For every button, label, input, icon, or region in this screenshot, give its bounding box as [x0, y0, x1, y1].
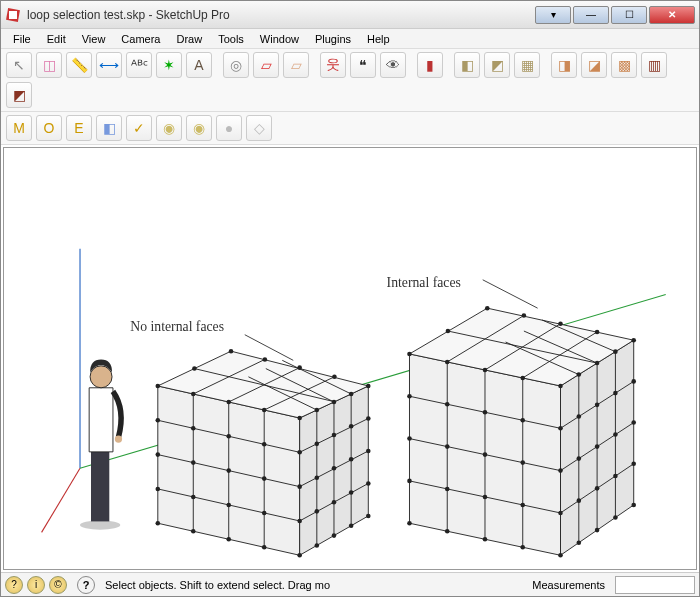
svg-point-109 — [558, 426, 563, 431]
svg-point-49 — [191, 529, 196, 534]
svg-point-41 — [262, 476, 267, 481]
svg-point-32 — [297, 416, 302, 421]
svg-point-124 — [558, 553, 563, 558]
tape-tool[interactable]: 📏 — [66, 52, 92, 78]
rectangle-tool[interactable]: ◎ — [223, 52, 249, 78]
shadow-tool[interactable]: ◧ — [454, 52, 480, 78]
svg-point-137 — [577, 498, 582, 503]
pin-button[interactable]: ▾ — [535, 6, 571, 24]
menu-draw[interactable]: Draw — [168, 31, 210, 47]
svg-point-149 — [595, 330, 600, 335]
menu-file[interactable]: File — [5, 31, 39, 47]
svg-point-113 — [520, 460, 525, 465]
status-icon-3[interactable]: © — [49, 576, 67, 594]
svg-point-62 — [332, 466, 337, 471]
menu-tools[interactable]: Tools — [210, 31, 252, 47]
svg-point-110 — [407, 436, 412, 441]
app-window: loop selection test.skp - SketchUp Pro ▾… — [0, 0, 700, 597]
status-icon-1[interactable]: ? — [5, 576, 23, 594]
svg-line-153 — [483, 280, 538, 308]
dimension-tool[interactable]: ⟷ — [96, 52, 122, 78]
svg-point-142 — [595, 528, 600, 533]
svg-point-140 — [631, 461, 636, 466]
svg-point-46 — [262, 511, 267, 516]
wireframe-tool[interactable]: ▩ — [611, 52, 637, 78]
svg-rect-3 — [91, 452, 109, 522]
svg-point-141 — [577, 540, 582, 545]
svg-point-122 — [483, 537, 488, 542]
svg-point-44 — [191, 495, 196, 500]
svg-point-52 — [297, 553, 302, 558]
svg-point-43 — [156, 487, 161, 492]
coin1-tool[interactable]: ◉ — [156, 115, 182, 141]
menu-window[interactable]: Window — [252, 31, 307, 47]
hidden-line-tool[interactable]: ▥ — [641, 52, 667, 78]
svg-point-61 — [315, 475, 320, 480]
layer-e-tool[interactable]: E — [66, 115, 92, 141]
svg-point-107 — [483, 410, 488, 415]
svg-point-138 — [595, 486, 600, 491]
menu-view[interactable]: View — [74, 31, 114, 47]
measurements-input[interactable] — [615, 576, 695, 594]
titlebar[interactable]: loop selection test.skp - SketchUp Pro ▾… — [1, 1, 699, 29]
layer-m-tool[interactable]: M — [6, 115, 32, 141]
svg-point-103 — [520, 376, 525, 381]
svg-point-39 — [191, 460, 196, 465]
svg-point-54 — [332, 400, 337, 405]
hidden-tool[interactable]: ▦ — [514, 52, 540, 78]
svg-text:Internal faces: Internal faces — [387, 275, 461, 290]
shade-cube-tool[interactable]: ◧ — [96, 115, 122, 141]
svg-point-68 — [366, 481, 371, 486]
diamond-tool[interactable]: ◇ — [246, 115, 272, 141]
walk-tool[interactable]: ❝ — [350, 52, 376, 78]
svg-point-50 — [226, 537, 231, 542]
svg-point-104 — [558, 384, 563, 389]
menu-plugins[interactable]: Plugins — [307, 31, 359, 47]
svg-point-65 — [315, 509, 320, 514]
minimize-button[interactable]: — — [573, 6, 609, 24]
svg-point-33 — [156, 418, 161, 423]
svg-point-28 — [156, 384, 161, 389]
svg-point-132 — [631, 379, 636, 384]
line-tool[interactable]: ▱ — [253, 52, 279, 78]
iso-tool[interactable]: ◫ — [36, 52, 62, 78]
svg-point-118 — [520, 503, 525, 508]
menu-camera[interactable]: Camera — [113, 31, 168, 47]
window-controls: ▾ — ☐ ✕ — [535, 6, 695, 24]
sphere-tool[interactable]: ● — [216, 115, 242, 141]
close-button[interactable]: ✕ — [649, 6, 695, 24]
coin2-tool[interactable]: ◉ — [186, 115, 212, 141]
arc-tool[interactable]: ▱ — [283, 52, 309, 78]
svg-point-129 — [577, 414, 582, 419]
check-tool[interactable]: ✓ — [126, 115, 152, 141]
menu-help[interactable]: Help — [359, 31, 398, 47]
axes-tool[interactable]: ✶ — [156, 52, 182, 78]
svg-point-48 — [156, 521, 161, 526]
select-tool[interactable]: ↖ — [6, 52, 32, 78]
svg-point-133 — [577, 456, 582, 461]
svg-point-42 — [297, 484, 302, 489]
position-camera-tool[interactable]: 웃 — [320, 52, 346, 78]
svg-point-139 — [613, 474, 618, 479]
measurements-label: Measurements — [526, 579, 611, 591]
layer-o-tool[interactable]: O — [36, 115, 62, 141]
svg-point-135 — [613, 432, 618, 437]
section-tool[interactable]: ▮ — [417, 52, 443, 78]
back-edges-tool[interactable]: ◪ — [581, 52, 607, 78]
menu-edit[interactable]: Edit — [39, 31, 74, 47]
status-icon-2[interactable]: i — [27, 576, 45, 594]
svg-point-59 — [349, 424, 354, 429]
svg-point-58 — [332, 433, 337, 438]
viewport-3d[interactable]: No internal faces Internal faces — [3, 147, 697, 570]
help-icon[interactable]: ? — [77, 576, 95, 594]
look-around-tool[interactable]: 👁 — [380, 52, 406, 78]
box-right — [407, 306, 636, 558]
maximize-button[interactable]: ☐ — [611, 6, 647, 24]
text-tool[interactable]: ᴬᴮᶜ — [126, 52, 152, 78]
xray-tool[interactable]: ◨ — [551, 52, 577, 78]
fog-tool[interactable]: ◩ — [484, 52, 510, 78]
3dtext-tool[interactable]: A — [186, 52, 212, 78]
shaded-tool[interactable]: ◩ — [6, 82, 32, 108]
svg-point-4 — [90, 366, 112, 388]
svg-point-72 — [366, 514, 371, 519]
